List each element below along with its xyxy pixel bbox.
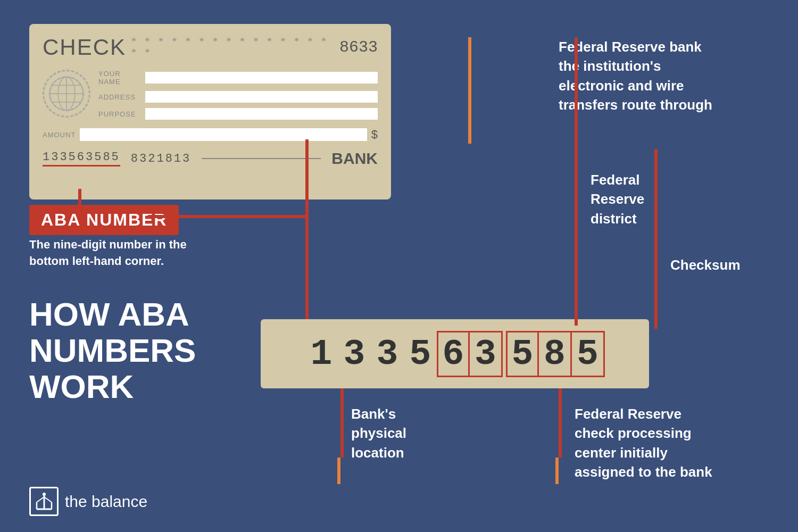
digit-7: 5 [506,331,539,377]
purpose-label: PURPOSE [98,110,141,118]
orange-bar-top [468,37,471,144]
dollar-sign: $ [371,128,378,142]
address-label: ADDRESS [98,93,141,101]
large-number-display: 1 3 3 5 6 3 5 8 5 [261,319,649,388]
check-fields: YOUR NAME ADDRESS PURPOSE [98,70,378,120]
balance-logo-icon [29,487,59,516]
digit-4: 5 [404,334,437,375]
digit-8: 8 [539,331,572,377]
connector-horiz [148,215,309,218]
digit-9: 5 [572,331,605,377]
amount-label: AMOUNT [43,131,76,139]
check-signature-line [202,158,321,159]
purpose-field [145,108,378,120]
check-stars: * * * * * * * * * * * * * * * * * [131,36,334,59]
bank-physical-annotation: Bank's physical location [351,404,406,462]
bank-label: BANK [331,149,378,168]
vline-bank-physical [340,388,344,458]
address-field [145,91,378,103]
check-title: CHECK [43,35,126,60]
logo-text: the balance [65,493,147,511]
digit-2: 3 [338,334,371,375]
annotation-top-right: Federal Reserve bank the institution's e… [559,37,761,115]
annotation-line1: Federal Reserve bank [559,39,702,55]
your-name-field [145,72,378,84]
routing-number: 133563585 [43,151,120,167]
logo-area: the balance [29,487,147,516]
connector-vert [305,139,309,325]
account-number: 8321813 [131,152,191,165]
vline-fed-check [559,388,562,458]
checksum-annotation: Checksum [670,255,741,275]
how-aba-title: HOW ABA NUMBERS WORK [29,296,263,405]
annotation-line4: transfers route through [559,97,712,113]
svg-line-13 [44,497,52,502]
check-image: CHECK * * * * * * * * * * * * * * * * * … [29,24,391,200]
digit-5: 6 [437,331,470,377]
annotation-line2: the institution's [559,58,661,74]
orange-bar-bank [337,458,340,484]
svg-point-9 [43,493,46,496]
orange-bar-fed-check [555,458,559,484]
digit-6: 3 [470,331,503,377]
svg-line-12 [37,497,44,502]
check-globe-icon [43,70,90,118]
aba-number-box: ABA NUMBER [29,205,179,235]
vline-checksum [654,149,658,329]
top-right-annotation: Federal Reserve bank the institution's e… [559,37,761,115]
nine-digit-description: The nine-digit number in thebottom left-… [29,237,263,270]
fed-check-annotation: Federal Reserve check processing center … [575,404,712,482]
vline-fed-district [575,37,578,326]
aba-box-label: ABA NUMBER [41,210,167,229]
check-number: 8633 [339,38,378,56]
left-description: The nine-digit number in thebottom left-… [29,237,263,405]
digit-3: 3 [371,334,404,375]
digit-1: 1 [305,334,338,375]
fed-district-annotation: Federal Reserve district [591,170,644,228]
amount-field [80,128,367,141]
your-name-label: YOUR NAME [98,70,141,86]
